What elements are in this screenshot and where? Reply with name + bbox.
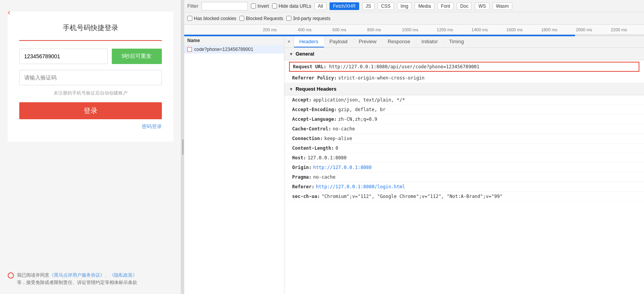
doc-filter-btn[interactable]: Doc [457,2,472,10]
header-row: Accept: application/json, text/plain, */… [284,95,644,105]
hide-data-urls-label: Hide data URLs [279,3,311,9]
header-row: Connection: keep-alive [284,134,644,144]
invert-checkbox[interactable] [251,3,256,8]
devtools-toolbar-row2: Has blocked cookies Blocked Requests 3rd… [184,12,644,25]
invert-label: Invert [257,3,269,9]
request-headers-section-header[interactable]: ▼ Request Headers [284,83,644,95]
header-row: Cache-Control: no-cache [284,124,644,134]
referrer-policy-row: Referrer Policy: strict-origin-when-cros… [284,73,644,83]
login-panel: ‹ 手机号码快捷登录 9秒后可重发 未注册的手机号验证后自动创建账户 登录 密码… [0,0,181,294]
login-button[interactable]: 登录 [19,102,162,119]
header-value: http://127.0.0.1:8080 [313,165,372,170]
header-value: no-cache [313,174,336,180]
tab-initiator[interactable]: Initiator [416,36,444,47]
header-value: "Chromium";v="112", "Google Chrome";v="1… [321,194,503,199]
header-value: http://127.0.0.1:8080/login.html [316,184,405,189]
send-code-button[interactable]: 9秒后可重发 [112,49,162,64]
css-filter-btn[interactable]: CSS [378,2,394,10]
form-title: 手机号码快捷登录 [19,23,162,32]
tick-1800ms: 1800 ms [540,27,574,32]
hide-data-urls-checkbox-group[interactable]: Hide data URLs [272,3,311,9]
devtools-toolbar: Filter Invert Hide data URLs All Fetch/X… [184,0,644,12]
header-key: Accept-Encoding: [292,107,337,112]
tab-response[interactable]: Response [382,36,416,47]
header-value: 127.0.0.1:8080 [308,155,346,161]
privacy-policy-link[interactable]: 《隐私政策》 [109,272,137,278]
tab-payload[interactable]: Payload [324,36,353,47]
ws-filter-btn[interactable]: WS [475,2,489,10]
general-section-title: General [296,51,314,57]
header-value: zh-CN,zh;q=0.9 [338,117,377,122]
timeline-bar: 200 ms 400 ms 600 ms 800 ms 1000 ms 1200… [184,25,644,35]
panel-divider [181,0,184,294]
filter-input[interactable] [202,2,248,10]
blocked-requests-checkbox[interactable] [239,16,244,21]
request-url-key: Request URL: [293,64,326,69]
agreement-row: 我已阅读并同意《黑马点评用户服务协议》、《隐私政策》等，接受免除或者限制责任、诉… [8,272,173,286]
header-row: Referer: http://127.0.0.1:8080/login.htm… [284,182,644,192]
header-row: Content-Length: 0 [284,144,644,153]
request-url-box: Request URL: http://127.0.0.1:8080/api/u… [289,62,639,72]
header-key: Pragma: [292,174,312,180]
third-party-checkbox[interactable] [286,16,291,21]
tab-headers[interactable]: Headers [294,36,324,47]
header-row: Host: 127.0.0.1:8080 [284,153,644,163]
general-section-header[interactable]: ▼ General [284,48,644,60]
has-blocked-cookies-group[interactable]: Has blocked cookies [187,16,236,21]
header-row: Origin: http://127.0.0.1:8080 [284,163,644,172]
password-login-link[interactable]: 密码登录 [19,123,162,130]
header-key: Cache-Control: [292,126,331,132]
all-filter-btn[interactable]: All [314,2,326,10]
wasm-filter-btn[interactable]: Wasm [493,2,513,10]
headers-container: Accept: application/json, text/plain, */… [284,95,644,201]
request-headers-arrow: ▼ [289,87,293,91]
media-filter-btn[interactable]: Media [415,2,434,10]
tick-800ms: 800 ms [366,27,400,32]
js-filter-btn[interactable]: JS [362,2,375,10]
fetch-xhr-filter-btn[interactable]: Fetch/XHR [330,2,359,10]
tab-close-btn[interactable]: × [284,36,294,47]
detail-tabs: × Headers Payload Preview Response Initi… [284,36,644,48]
general-section-arrow: ▼ [289,52,293,56]
has-blocked-cookies-label: Has blocked cookies [194,16,236,21]
request-list-item[interactable]: code?phone=123456789001 [184,45,284,54]
devtools-panel: Filter Invert Hide data URLs All Fetch/X… [184,0,644,294]
header-value: application/json, text/plain, */* [313,97,405,103]
header-key: sec-ch-ua: [292,194,320,199]
request-headers-title: Request Headers [296,86,336,92]
has-blocked-cookies-checkbox[interactable] [187,16,192,21]
agreement-checkbox[interactable] [8,272,14,279]
request-url-value: http://127.0.0.1:8080/api/user/code?phon… [329,64,479,69]
login-form: 手机号码快捷登录 9秒后可重发 未注册的手机号验证后自动创建账户 登录 密码登录 [8,12,173,142]
tick-1400ms: 1400 ms [470,27,505,32]
header-key: Content-Length: [292,145,334,151]
blocked-requests-group[interactable]: Blocked Requests [239,16,283,21]
header-key: Connection: [292,136,323,141]
divider-handle [182,139,183,155]
invert-checkbox-group[interactable]: Invert [251,3,269,9]
tick-200ms: 200 ms [261,27,296,32]
header-row: Accept-Language: zh-CN,zh;q=0.9 [284,115,644,124]
hide-data-urls-checkbox[interactable] [272,3,277,8]
third-party-group[interactable]: 3rd-party requests [286,16,330,21]
tick-1000ms: 1000 ms [400,27,435,32]
font-filter-btn[interactable]: Font [437,2,454,10]
tick-1200ms: 1200 ms [435,27,470,32]
header-value: gzip, deflate, br [338,107,386,112]
phone-row: 9秒后可重发 [19,49,162,64]
tab-preview[interactable]: Preview [353,36,382,47]
phone-input[interactable] [19,49,108,64]
tick-1600ms: 1600 ms [505,27,540,32]
agreement-text: 我已阅读并同意《黑马点评用户服务协议》、《隐私政策》等，接受免除或者限制责任、诉… [17,272,137,286]
header-key: Host: [292,155,306,161]
tab-timing[interactable]: Timing [444,36,470,47]
filter-label: Filter [187,3,198,9]
header-row: sec-ch-ua: "Chromium";v="112", "Google C… [284,192,644,201]
img-filter-btn[interactable]: Img [397,2,412,10]
name-column-header: Name [184,36,284,45]
name-panel: Name code?phone=123456789001 [184,36,284,294]
tick-400ms: 400 ms [296,27,331,32]
verification-code-input[interactable] [19,70,162,85]
back-button[interactable]: ‹ [8,8,10,17]
service-agreement-link[interactable]: 《黑马点评用户服务协议》 [49,272,105,278]
